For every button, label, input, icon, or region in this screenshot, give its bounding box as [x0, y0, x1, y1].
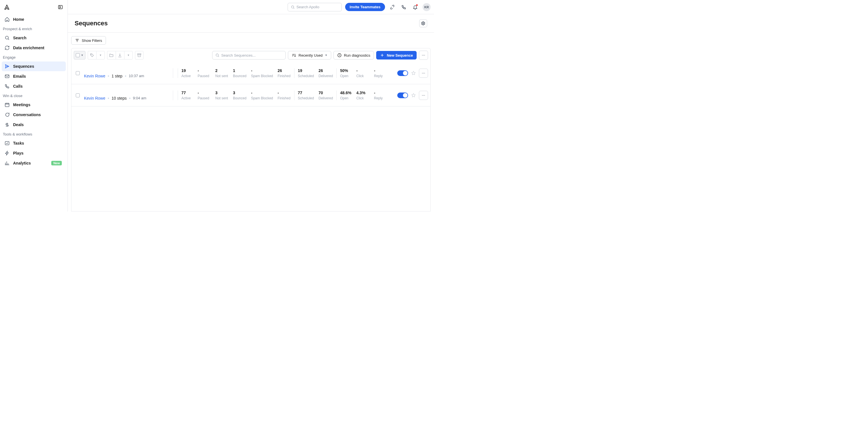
stat-label: Active — [181, 74, 193, 78]
row-more-button[interactable] — [419, 69, 428, 78]
global-search[interactable] — [288, 3, 342, 11]
settings-button[interactable] — [419, 19, 427, 27]
sidebar: Home Prospect & enrich Search Data enric… — [0, 0, 68, 212]
nav-home[interactable]: Home — [2, 14, 66, 24]
nav-label: Conversations — [13, 112, 41, 117]
tag-button[interactable] — [88, 51, 96, 60]
sequence-search[interactable] — [212, 51, 286, 60]
new-sequence-button[interactable]: New Sequence — [376, 51, 416, 60]
select-all-checkbox[interactable] — [76, 53, 80, 57]
stat-click: 4.3% Click — [354, 91, 372, 100]
row-checkbox[interactable] — [76, 71, 80, 75]
stat-value: - — [374, 68, 387, 73]
nav-label: Plays — [13, 151, 24, 155]
stat-scheduled: 77 Scheduled — [294, 91, 316, 100]
stat-value: - — [251, 68, 273, 73]
svg-point-7 — [91, 54, 91, 55]
archive-button[interactable] — [135, 51, 144, 60]
stat-label: Delivered — [318, 74, 333, 78]
stat-label: Finished — [278, 96, 291, 100]
row-checkbox[interactable] — [76, 93, 80, 97]
owner-link[interactable]: Kevin Rowe — [84, 96, 105, 100]
folder-button[interactable] — [107, 51, 116, 60]
avatar[interactable]: KR — [423, 3, 431, 11]
invite-teammates-button[interactable]: Invite Teammates — [345, 3, 385, 11]
show-filters-label: Show Filters — [82, 38, 102, 43]
dialer-icon[interactable] — [400, 3, 408, 11]
chevron-down-icon: ▼ — [325, 54, 328, 57]
owner-link[interactable]: Kevin Rowe — [84, 74, 105, 78]
star-icon[interactable] — [411, 93, 416, 98]
download-button[interactable] — [116, 51, 124, 60]
stat-label: Reply — [374, 74, 387, 78]
integrations-icon[interactable] — [389, 3, 396, 11]
stat-label: Spam Blocked — [251, 74, 273, 78]
svg-point-9 — [216, 54, 219, 56]
svg-point-12 — [423, 55, 424, 56]
nav-data-enrichment[interactable]: Data enrichment — [2, 43, 66, 53]
svg-point-19 — [424, 95, 425, 96]
stat-label: Bounced — [233, 74, 246, 78]
star-icon[interactable] — [411, 71, 416, 76]
tag-dropdown[interactable]: ▼ — [96, 51, 105, 60]
svg-point-11 — [422, 55, 423, 56]
stat-value: - — [278, 91, 291, 95]
svg-rect-8 — [137, 54, 141, 55]
toolbar: ▼ ▼ ▼ — [71, 48, 431, 62]
nav-tasks[interactable]: Tasks — [2, 138, 66, 148]
row-more-button[interactable] — [419, 91, 428, 100]
nav-label: Tasks — [13, 141, 24, 145]
stat-value: - — [374, 91, 387, 95]
svg-point-5 — [291, 6, 293, 8]
stat-reply: - Reply — [372, 91, 389, 100]
stat-value: - — [198, 91, 211, 95]
enable-toggle[interactable] — [397, 70, 408, 76]
enable-toggle[interactable] — [397, 93, 408, 98]
svg-point-16 — [424, 73, 425, 73]
phone-icon — [5, 84, 10, 89]
sequence-search-input[interactable] — [221, 53, 282, 58]
stat-value: 50% — [340, 68, 352, 73]
nav-sequences[interactable]: Sequences — [2, 62, 66, 71]
stat-finished: 26 Finished — [275, 68, 293, 78]
stat-label: Paused — [198, 96, 211, 100]
diagnostics-label: Run diagnostics — [344, 53, 371, 58]
nav-label: Meetings — [13, 102, 30, 107]
run-diagnostics-button[interactable]: Run diagnostics — [334, 51, 374, 60]
sort-dropdown[interactable]: Recently Used ▼ — [288, 51, 331, 60]
steps-text: 10 steps — [112, 96, 127, 100]
toolbar-more-button[interactable] — [419, 51, 428, 60]
stat-value: - — [198, 68, 211, 73]
stat-label: Scheduled — [298, 96, 314, 100]
nav-conversations[interactable]: Conversations — [2, 110, 66, 120]
stat-label: Delivered — [318, 96, 333, 100]
new-sequence-label: New Sequence — [387, 53, 413, 58]
table-row[interactable]: Kevin Rowe ● 1 step ● 10:37 am 19 Active… — [71, 62, 430, 84]
stat-not_sent: 2 Not sent — [213, 68, 231, 78]
time-text: 10:37 am — [129, 74, 144, 78]
stat-scheduled: 19 Scheduled — [294, 68, 316, 78]
stat-value: 4.3% — [356, 91, 369, 95]
nav-emails[interactable]: Emails — [2, 71, 66, 81]
stat-value: 1 — [233, 68, 246, 73]
stat-paused: - Paused — [195, 91, 213, 100]
logo — [4, 4, 10, 10]
nav-plays[interactable]: Plays — [2, 148, 66, 158]
new-badge: New — [51, 161, 62, 165]
nav-calls[interactable]: Calls — [2, 82, 66, 91]
nav-meetings[interactable]: Meetings — [2, 100, 66, 109]
nav-analytics[interactable]: Analytics New — [2, 158, 66, 168]
nav-deals[interactable]: Deals — [2, 120, 66, 130]
download-dropdown[interactable]: ▼ — [124, 51, 133, 60]
notifications-icon[interactable] — [411, 3, 419, 11]
global-search-input[interactable] — [297, 5, 339, 9]
calendar-icon — [5, 102, 10, 107]
stat-label: Open — [340, 96, 352, 100]
nav-search[interactable]: Search — [2, 33, 66, 43]
collapse-sidebar-button[interactable] — [57, 4, 63, 10]
select-all-dropdown[interactable]: ▼ — [74, 51, 86, 60]
show-filters-button[interactable]: Show Filters — [71, 36, 106, 45]
table-row[interactable]: Kevin Rowe ● 10 steps ● 9:04 am 77 Activ… — [71, 84, 430, 106]
stat-delivered: 70 Delivered — [316, 91, 335, 100]
bolt-icon — [5, 151, 10, 156]
